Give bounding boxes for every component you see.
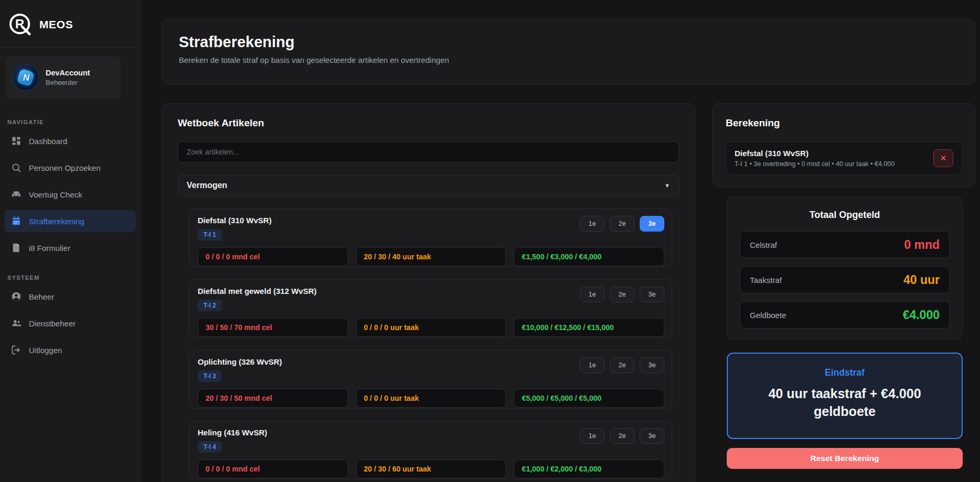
tier-badge: T-I 2: [198, 300, 222, 311]
user-meta: DevAccount Beheerder: [46, 69, 90, 86]
task-penalty-value: 0 / 0 / 0 uur taak: [356, 389, 507, 408]
offense-button-3e[interactable]: 3e: [640, 287, 664, 302]
article-info: Heling (416 WvSR) T-I 4: [198, 428, 267, 453]
sidebar-item-i8-formulier[interactable]: i8 Formulier: [4, 237, 136, 259]
avatar-letter: N: [13, 65, 39, 91]
page-subtitle: Bereken de totale straf op basis van ges…: [179, 56, 958, 64]
offense-button-3e[interactable]: 3e: [640, 216, 664, 232]
sidebar-item-dienstbeheer[interactable]: Dienstbeheer: [4, 312, 136, 334]
selected-article-info: Diefstal (310 WvSR) T-I 1 • 3e overtredi…: [735, 149, 895, 168]
articles-panel-title: Wetboek Artikelen: [178, 117, 679, 129]
tier-badge: T-I 3: [198, 370, 222, 382]
selected-article-details: T-I 1 • 3e overtreding • 0 mnd cel • 40 …: [735, 160, 895, 168]
article-list: Diefstal (310 WvSR) T-I 1 1e 2e 3e 0 / 0…: [189, 209, 672, 479]
offense-button-2e[interactable]: 2e: [610, 287, 634, 302]
article-info: Oplichting (326 WvSR) T-I 3: [198, 357, 282, 382]
tier-badge: T-I 1: [198, 229, 222, 240]
article-info: Diefstal (310 WvSR) T-I 1: [198, 216, 272, 240]
user-circle-icon: [11, 291, 21, 302]
category-label: Vermogen: [187, 181, 227, 190]
file-icon: [11, 243, 21, 253]
sidebar-item-dashboard[interactable]: Dashboard: [4, 130, 136, 152]
user-card: N DevAccount Beheerder: [5, 56, 121, 99]
search-input[interactable]: [178, 141, 679, 162]
total-row-geldboete: Geldboete €4.000: [740, 301, 950, 328]
sidebar-item-strafberekening[interactable]: Strafberekening: [4, 210, 136, 232]
totals-title: Totaal Opgeteld: [740, 210, 950, 221]
sidebar-item-label: Dienstbeheer: [29, 319, 76, 328]
cell-penalty-value: 30 / 50 / 70 mnd cel: [198, 318, 348, 337]
remove-article-button[interactable]: ✕: [933, 149, 953, 167]
offense-button-2e[interactable]: 2e: [610, 428, 634, 444]
article-name: Oplichting (326 WvSR): [198, 357, 282, 366]
user-role: Beheerder: [46, 79, 90, 86]
sidebar-item-label: i8 Formulier: [29, 244, 70, 253]
offense-buttons: 1e 2e 3e: [580, 216, 664, 232]
offense-button-2e[interactable]: 2e: [610, 216, 634, 232]
fine-penalty-value: €1,000 / €2,000 / €3,000: [514, 459, 664, 478]
sidebar-item-label: Dashboard: [29, 137, 67, 146]
sidebar-item-voertuig-check[interactable]: Voertuig Check: [4, 183, 136, 205]
calendar-icon: [11, 216, 21, 226]
offense-button-3e[interactable]: 3e: [640, 357, 664, 373]
tier-badge: T-I 4: [198, 441, 222, 453]
sidebar-item-label: Strafberekening: [29, 217, 84, 226]
car-icon: [11, 189, 21, 200]
sidebar-item-personen-opzoeken[interactable]: Personen Opzoeken: [4, 157, 136, 179]
close-icon: ✕: [940, 154, 947, 162]
sidebar-item-uitloggen[interactable]: Uitloggen: [4, 339, 136, 361]
total-value: 0 mnd: [904, 238, 940, 252]
category-toggle-vermogen[interactable]: Vermogen ▼: [178, 175, 679, 196]
offense-button-3e[interactable]: 3e: [640, 428, 664, 444]
chevron-down-icon: ▼: [664, 182, 670, 189]
offense-buttons: 1e 2e 3e: [580, 428, 664, 444]
offense-buttons: 1e 2e 3e: [580, 357, 664, 373]
final-sentence-card: Eindstraf 40 uur taakstraf + €4.000 geld…: [727, 353, 963, 439]
brand-name: MEOS: [39, 18, 73, 31]
fine-penalty-value: €5,000 / €5,000 / €5,000: [514, 389, 664, 408]
cell-penalty-value: 20 / 30 / 50 mnd cel: [198, 389, 348, 408]
article-card-oplichting-326: Oplichting (326 WvSR) T-I 3 1e 2e 3e 20 …: [189, 350, 672, 409]
offense-button-1e[interactable]: 1e: [580, 216, 605, 232]
final-sentence-text: 40 uur taakstraf + €4.000 geldboete: [746, 385, 944, 421]
article-card-heling-416: Heling (416 WvSR) T-I 4 1e 2e 3e 0 / 0 /…: [189, 421, 672, 479]
sidebar: R MEOS N DevAccount Beheerder NAVIGATIE …: [0, 0, 141, 482]
article-name: Diefstal met geweld (312 WvSR): [198, 287, 317, 295]
search-icon: [11, 162, 21, 173]
task-penalty-value: 20 / 30 / 40 uur taak: [356, 247, 507, 266]
cell-penalty-value: 0 / 0 / 0 mnd cel: [198, 459, 348, 478]
avatar: N: [13, 64, 39, 91]
selected-article-row: Diefstal (310 WvSR) T-I 1 • 3e overtredi…: [726, 141, 962, 175]
final-sentence-title: Eindstraf: [746, 367, 944, 378]
offense-button-2e[interactable]: 2e: [610, 357, 634, 373]
users-icon: [11, 318, 21, 328]
total-row-celstraf: Celstraf 0 mnd: [740, 231, 950, 258]
calculation-title: Berekening: [726, 117, 962, 129]
reset-calculation-button[interactable]: Reset Berekening: [727, 448, 963, 469]
sidebar-item-beheer[interactable]: Beheer: [4, 286, 136, 308]
sidebar-item-label: Uitloggen: [29, 346, 62, 355]
nav-section-label-systeem: SYSTEEM: [7, 275, 140, 281]
task-penalty-value: 20 / 30 / 60 uur taak: [356, 459, 507, 478]
total-row-taakstraf: Taakstraf 40 uur: [740, 266, 950, 293]
total-label: Taakstraf: [750, 276, 782, 284]
page-header-card: Strafberekening Bereken de totale straf …: [161, 19, 975, 84]
brand-logo: R MEOS: [0, 0, 140, 47]
article-info: Diefstal met geweld (312 WvSR) T-I 2: [198, 287, 317, 311]
sidebar-item-label: Voertuig Check: [29, 190, 82, 199]
total-label: Geldboete: [750, 311, 786, 320]
offense-button-1e[interactable]: 1e: [580, 357, 605, 373]
selected-article-name: Diefstal (310 WvSR): [735, 149, 895, 158]
article-name: Heling (416 WvSR): [198, 428, 267, 437]
offense-button-1e[interactable]: 1e: [580, 287, 605, 302]
offense-button-1e[interactable]: 1e: [580, 428, 605, 444]
fine-penalty-value: €1,500 / €3,000 / €4,000: [514, 247, 664, 266]
task-penalty-value: 0 / 0 / 0 uur taak: [356, 318, 507, 337]
fine-penalty-value: €10,000 / €12,500 / €15,000: [514, 318, 664, 337]
sidebar-divider: [0, 47, 140, 48]
meos-logo-icon: R: [8, 13, 33, 37]
logout-icon: [11, 345, 21, 355]
totals-card: Totaal Opgeteld Celstraf 0 mnd Taakstraf…: [727, 196, 963, 339]
app-root: R MEOS N DevAccount Beheerder NAVIGATIE …: [0, 0, 980, 482]
offense-buttons: 1e 2e 3e: [580, 287, 664, 302]
